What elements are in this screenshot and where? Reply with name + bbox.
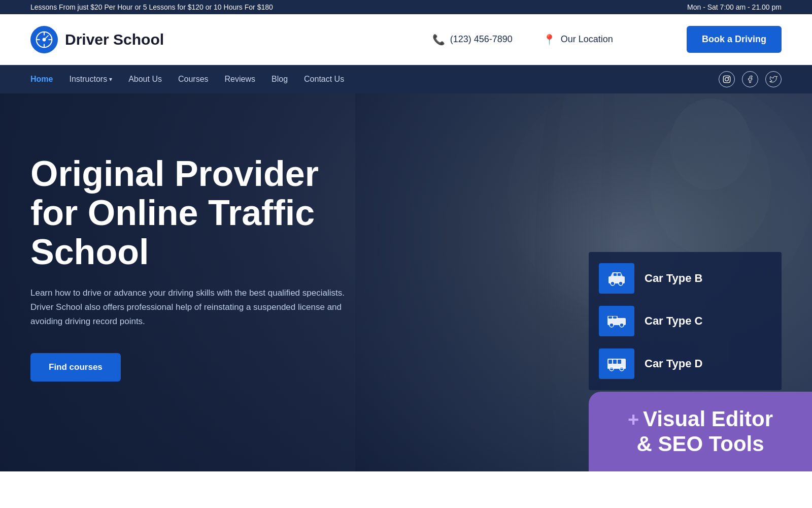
- car-type-d-label: Car Type D: [645, 357, 703, 370]
- nav-social: [719, 71, 782, 87]
- svg-rect-6: [723, 76, 730, 82]
- location-icon: 📍: [543, 34, 556, 46]
- nav-link-instructors[interactable]: Instructors: [69, 75, 112, 84]
- visual-editor-badge: + Visual Editor & SEO Tools: [589, 392, 812, 471]
- car-type-c-icon-box: [599, 306, 634, 336]
- svg-rect-28: [613, 360, 617, 364]
- visual-editor-plus: +: [628, 409, 639, 431]
- svg-point-23: [620, 323, 624, 327]
- hero-content: Original Provider for Online Traffic Sch…: [0, 93, 386, 412]
- nav-link-courses[interactable]: Courses: [178, 75, 209, 83]
- svg-rect-32: [607, 367, 626, 369]
- location-contact[interactable]: 📍 Our Location: [543, 34, 613, 46]
- phone-number: (123) 456-7890: [450, 34, 513, 45]
- car-type-d-icon-box: [599, 348, 634, 379]
- hero-title: Original Provider for Online Traffic Sch…: [30, 154, 355, 272]
- twitter-icon[interactable]: [765, 71, 782, 87]
- main-nav: Home Instructors About Us Courses Review…: [0, 65, 812, 93]
- facebook-icon[interactable]: [742, 71, 758, 87]
- header-contact: 📞 (123) 456-7890 📍 Our Location: [358, 34, 686, 46]
- nav-link-reviews[interactable]: Reviews: [225, 75, 255, 83]
- svg-rect-24: [608, 316, 612, 319]
- top-bar: Lessons From just $20 Per Hour or 5 Less…: [0, 0, 812, 14]
- svg-point-7: [725, 78, 729, 81]
- nav-item-blog[interactable]: Blog: [272, 75, 288, 84]
- nav-item-contact[interactable]: Contact Us: [304, 75, 344, 84]
- car-types-panel: Car Type B Car Type C: [589, 252, 782, 390]
- nav-item-courses[interactable]: Courses: [178, 75, 209, 84]
- car-type-b-icon-box: [599, 263, 634, 294]
- nav-link-blog[interactable]: Blog: [272, 75, 288, 83]
- nav-links: Home Instructors About Us Courses Review…: [30, 75, 719, 84]
- header: Driver School 📞 (123) 456-7890 📍 Our Loc…: [0, 14, 812, 65]
- svg-rect-18: [614, 273, 617, 276]
- logo-icon: [30, 26, 58, 53]
- find-courses-button[interactable]: Find courses: [30, 353, 121, 382]
- promo-text: Lessons From just $20 Per Hour or 5 Less…: [30, 3, 273, 11]
- phone-contact[interactable]: 📞 (123) 456-7890: [432, 34, 513, 46]
- nav-link-home[interactable]: Home: [30, 75, 53, 83]
- svg-point-22: [610, 323, 614, 327]
- car-type-b-item[interactable]: Car Type B: [599, 257, 771, 300]
- nav-item-home[interactable]: Home: [30, 75, 53, 84]
- svg-rect-29: [618, 360, 621, 364]
- nav-item-reviews[interactable]: Reviews: [225, 75, 255, 84]
- visual-editor-line2: & SEO Tools: [614, 432, 787, 456]
- hours-text: Mon - Sat 7:00 am - 21.00 pm: [687, 3, 782, 11]
- logo-area: Driver School: [30, 26, 358, 53]
- svg-rect-25: [613, 316, 617, 319]
- logo-text: Driver School: [65, 31, 164, 48]
- svg-rect-19: [618, 273, 621, 276]
- hero-section: Original Provider for Online Traffic Sch…: [0, 93, 812, 471]
- nav-item-about[interactable]: About Us: [128, 75, 162, 84]
- book-driving-button[interactable]: Book a Driving: [687, 26, 782, 53]
- svg-point-16: [611, 281, 615, 285]
- svg-point-17: [619, 281, 623, 285]
- car-type-b-label: Car Type B: [645, 272, 703, 285]
- phone-icon: 📞: [432, 34, 445, 46]
- nav-item-instructors[interactable]: Instructors: [69, 75, 112, 84]
- visual-editor-line1: Visual Editor: [643, 407, 773, 431]
- instagram-icon[interactable]: [719, 71, 735, 87]
- car-type-c-item[interactable]: Car Type C: [599, 300, 771, 342]
- hero-description: Learn how to drive or advance your drivi…: [30, 286, 355, 329]
- nav-link-contact[interactable]: Contact Us: [304, 75, 344, 83]
- nav-link-about[interactable]: About Us: [128, 75, 162, 83]
- car-type-c-label: Car Type C: [645, 314, 703, 328]
- location-text: Our Location: [561, 34, 613, 45]
- svg-point-8: [728, 77, 729, 78]
- svg-rect-27: [608, 360, 612, 364]
- car-type-d-item[interactable]: Car Type D: [599, 342, 771, 385]
